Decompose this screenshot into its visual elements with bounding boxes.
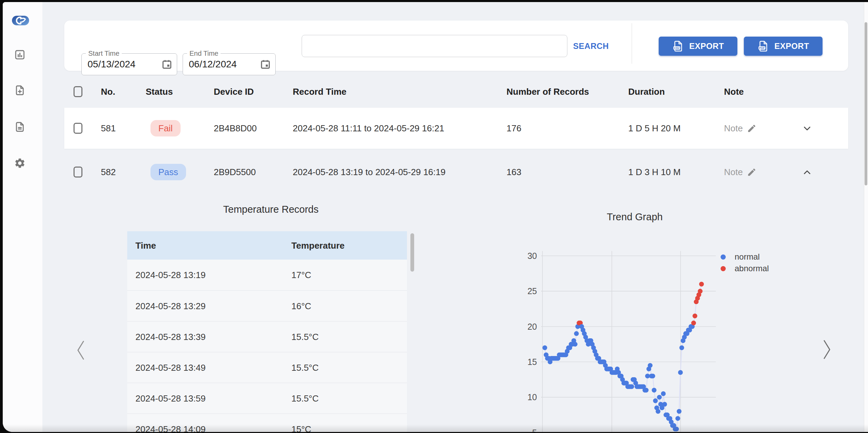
bar-chart-icon[interactable] (14, 49, 26, 61)
temp-time: 2024-05-28 13:59 (135, 393, 206, 404)
cell-time: 2024-05-28 13:19 to 2024-05-29 16:19 (293, 167, 446, 178)
app-window: Start Time 05/13/2024 End Time 06/12/202… (3, 2, 868, 432)
cell-device: 2B9D5500 (214, 167, 256, 178)
end-time-value[interactable]: 06/12/2024 (189, 54, 237, 75)
temp-value: 15.5°C (291, 331, 319, 342)
temp-row: 2024-05-28 13:19 17°C (127, 260, 407, 290)
pdf-file-icon: PDF (757, 40, 770, 52)
temp-row: 2024-05-28 13:49 15.5°C (127, 352, 407, 383)
trend-graph: 30252015105 (516, 239, 718, 432)
search-button[interactable]: SEARCH (573, 35, 609, 57)
export-csv-label: EXPORT (689, 41, 724, 51)
col-count: Number of Records (507, 84, 589, 99)
row-checkbox[interactable] (74, 123, 82, 134)
status-badge-fail: Fail (150, 120, 181, 136)
temp-value: 15.5°C (291, 393, 319, 404)
cell-no: 582 (101, 167, 116, 178)
pencil-edit-icon[interactable] (747, 167, 757, 177)
svg-text:20: 20 (527, 322, 537, 331)
start-time-field[interactable]: Start Time 05/13/2024 (81, 53, 177, 75)
svg-text:15: 15 (527, 357, 537, 367)
page-scrollbar-track[interactable] (864, 2, 868, 432)
col-time: Record Time (293, 84, 346, 99)
record-row-581[interactable]: 581 Fail 2B4B8D00 2024-05-28 11:11 to 20… (64, 108, 848, 149)
export-csv-button[interactable]: CSV EXPORT (659, 37, 737, 56)
temp-time: 2024-05-28 13:29 (135, 301, 206, 311)
search-input[interactable] (302, 35, 567, 57)
pencil-edit-icon[interactable] (747, 123, 757, 133)
temp-value: 17°C (291, 270, 311, 280)
cell-count: 163 (507, 167, 521, 178)
temperature-table-header: Time Temperature (127, 231, 407, 260)
temp-value: 15.5°C (291, 362, 319, 373)
temp-col-time: Time (135, 240, 156, 251)
calendar-icon[interactable] (260, 59, 271, 70)
toolbar-divider (632, 23, 632, 64)
legend-abnormal-label: abnormal (735, 264, 769, 273)
document-icon[interactable] (14, 121, 26, 133)
abnormal-dot-icon (721, 266, 726, 271)
normal-dot-icon (721, 254, 726, 260)
cell-no: 581 (101, 123, 116, 134)
cell-time: 2024-05-28 11:11 to 2024-05-29 16:21 (293, 123, 444, 134)
row-checkbox[interactable] (74, 167, 82, 178)
temperature-table: Time Temperature 2024-05-28 13:19 17°C 2… (127, 231, 407, 432)
record-row-582[interactable]: 582 Pass 2B9D5500 2024-05-28 13:19 to 20… (64, 152, 848, 192)
page-scrollbar-thumb[interactable] (865, 22, 867, 185)
legend-normal-label: normal (735, 252, 760, 262)
export-pdf-button[interactable]: PDF EXPORT (744, 37, 823, 56)
col-status: Status (146, 84, 173, 99)
temp-row: 2024-05-28 13:29 16°C (127, 290, 407, 321)
start-time-value[interactable]: 05/13/2024 (88, 54, 135, 75)
col-device: Device ID (214, 84, 254, 99)
note-label: Note (724, 167, 743, 178)
temp-time: 2024-05-28 14:09 (135, 424, 206, 432)
cell-duration: 1 D 3 H 10 M (628, 167, 681, 178)
svg-text:PDF: PDF (759, 47, 765, 50)
temp-col-value: Temperature (291, 240, 345, 251)
temp-row: 2024-05-28 13:39 15.5°C (127, 321, 407, 352)
export-pdf-label: EXPORT (774, 41, 809, 51)
select-all-checkbox[interactable] (74, 86, 82, 97)
svg-text:5: 5 (532, 428, 537, 432)
calendar-icon[interactable] (161, 59, 172, 70)
note-button[interactable]: Note (724, 167, 757, 178)
svg-text:10: 10 (527, 392, 537, 402)
legend-item-abnormal: abnormal (721, 264, 769, 273)
carousel-next-icon[interactable] (821, 339, 833, 360)
col-note: Note (724, 84, 744, 99)
temp-time: 2024-05-28 13:49 (135, 362, 206, 373)
sidebar (3, 2, 42, 432)
temp-time: 2024-05-28 13:39 (135, 331, 206, 342)
status-badge-pass: Pass (150, 164, 186, 180)
temp-table-scrollbar[interactable] (410, 233, 414, 272)
col-duration: Duration (628, 84, 665, 99)
csv-file-icon: CSV (672, 40, 684, 52)
temp-time: 2024-05-28 13:19 (135, 270, 206, 280)
temp-row: 2024-05-28 13:59 15.5°C (127, 383, 407, 414)
temp-value: 16°C (291, 301, 311, 311)
collapse-chevron-up-icon[interactable] (802, 167, 813, 178)
settings-gear-icon[interactable] (14, 157, 26, 169)
svg-text:CSV: CSV (674, 47, 680, 50)
temperature-records-title: Temperature Records (168, 204, 373, 215)
carousel-prev-icon[interactable] (75, 339, 87, 361)
app-logo-icon[interactable] (12, 14, 29, 27)
note-label: Note (724, 123, 743, 134)
trend-graph-title: Trend Graph (549, 211, 720, 223)
temp-row: 2024-05-28 14:09 15°C (127, 414, 407, 432)
legend-item-normal: normal (721, 252, 760, 262)
file-add-icon[interactable] (14, 84, 26, 96)
svg-text:25: 25 (527, 286, 537, 296)
expand-chevron-down-icon[interactable] (802, 123, 813, 134)
cell-device: 2B4B8D00 (214, 123, 257, 134)
note-button[interactable]: Note (724, 123, 757, 134)
cell-duration: 1 D 5 H 20 M (628, 123, 681, 134)
cell-count: 176 (507, 123, 521, 134)
svg-text:30: 30 (527, 251, 537, 261)
col-no: No. (101, 84, 115, 99)
temp-value: 15°C (291, 424, 311, 432)
end-time-field[interactable]: End Time 06/12/2024 (183, 53, 276, 75)
